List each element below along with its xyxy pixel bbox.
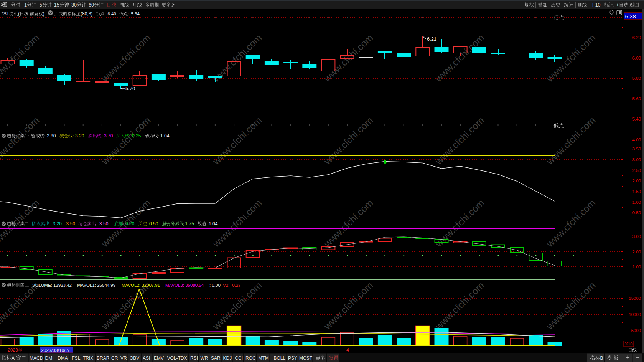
svg-text:ASI: ASI (143, 355, 150, 361)
svg-text:BRAR: BRAR (97, 355, 110, 361)
svg-text:www.cfchi.com: www.cfchi.com (433, 280, 486, 332)
svg-text::: : (64, 221, 65, 226)
svg-text::: : (158, 133, 159, 139)
svg-text:X10: X10 (625, 342, 632, 346)
svg-text:6.00: 6.00 (632, 56, 641, 60)
svg-text:A: A (12, 355, 15, 361)
svg-text:5.80: 5.80 (632, 76, 641, 81)
svg-text:30: 30 (71, 2, 77, 8)
svg-text::: : (105, 12, 106, 16)
svg-text:5.60: 5.60 (632, 96, 641, 101)
svg-text:0.50: 0.50 (632, 210, 641, 215)
svg-text:RSI: RSI (190, 355, 198, 361)
svg-text:www.cfchi.com: www.cfchi.com (321, 115, 375, 167)
svg-text::: : (73, 133, 74, 139)
svg-text::: : (49, 221, 51, 226)
svg-text:2023: 2023 (8, 347, 18, 353)
svg-text:DMA: DMA (58, 355, 68, 361)
svg-text:www.cfchi.com: www.cfchi.com (99, 32, 152, 84)
svg-text:DMI: DMI (45, 355, 54, 361)
svg-text:www.cfchi.com: www.cfchi.com (544, 280, 597, 332)
svg-text:www.cfchi.com: www.cfchi.com (210, 197, 264, 250)
svg-text:4: 4 (346, 347, 349, 353)
svg-text:4.00: 4.00 (632, 137, 641, 142)
svg-text:MAVOL1: 26544.99: MAVOL1: 26544.99 (77, 283, 115, 288)
svg-text:www.cfchi.com: www.cfchi.com (0, 197, 41, 250)
svg-text:6.40: 6.40 (108, 12, 116, 16)
svg-text:10000: 10000 (629, 312, 641, 317)
svg-text:): ) (43, 11, 44, 17)
svg-text:1.04: 1.04 (160, 133, 170, 139)
svg-text::: : (128, 12, 129, 16)
svg-text:3.20: 3.20 (53, 221, 62, 226)
svg-text::: : (206, 221, 208, 226)
svg-text:15: 15 (54, 2, 59, 8)
svg-text:3.50: 3.50 (99, 221, 109, 226)
svg-text:www.cfchi.com: www.cfchi.com (433, 115, 486, 167)
svg-text:ROC: ROC (245, 355, 256, 361)
svg-text:SAR: SAR (211, 355, 221, 361)
svg-text:PSY: PSY (288, 355, 297, 361)
svg-text:3.00: 3.00 (632, 157, 641, 162)
svg-text:5.40: 5.40 (632, 117, 641, 121)
svg-text:www.cfchi.com: www.cfchi.com (0, 115, 41, 167)
svg-text:BOLL: BOLL (274, 355, 286, 361)
svg-text:www.cfchi.com: www.cfchi.com (544, 115, 597, 167)
svg-text:VR: VR (120, 355, 127, 361)
svg-text:EMV: EMV (154, 355, 164, 361)
svg-text:V2: -0.27: V2: -0.27 (223, 283, 241, 288)
svg-text:MTM: MTM (259, 355, 269, 361)
svg-text:WR: WR (201, 355, 208, 361)
svg-text:MACD: MACD (30, 355, 43, 361)
svg-text:5000: 5000 (631, 328, 641, 333)
svg-text::: : (147, 221, 148, 226)
svg-text:2.50: 2.50 (632, 168, 641, 173)
svg-text::: : (96, 221, 97, 226)
svg-text:0.25: 0.25 (132, 133, 141, 139)
svg-text:6.21: 6.21 (427, 36, 436, 42)
svg-text::: : (123, 221, 124, 226)
svg-text:1.75: 1.75 (185, 221, 194, 226)
svg-text:1.00: 1.00 (632, 200, 641, 205)
svg-text:OBV: OBV (130, 355, 139, 361)
svg-text:www.cfchi.com: www.cfchi.com (99, 115, 152, 167)
svg-text:5.70: 5.70 (125, 86, 135, 91)
svg-text:1.00: 1.00 (632, 264, 641, 269)
svg-text:TRIX: TRIX (83, 355, 93, 361)
svg-text:(: ( (18, 11, 20, 17)
svg-text:3.20: 3.20 (75, 133, 84, 139)
svg-text:15000: 15000 (629, 296, 641, 301)
svg-text:(80,3): (80,3) (81, 11, 92, 17)
svg-text:3.50: 3.50 (66, 221, 76, 226)
svg-text:MAVOL3: 35080.54: MAVOL3: 35080.54 (165, 283, 204, 288)
svg-text:0.50: 0.50 (149, 221, 158, 226)
svg-text:VOLUME: 12923.42: VOLUME: 12923.42 (32, 283, 72, 288)
svg-text:CCI: CCI (235, 355, 243, 361)
svg-text:: 0.00: : 0.00 (209, 283, 221, 288)
svg-text:.: . (28, 11, 30, 17)
svg-text:60: 60 (89, 2, 94, 8)
svg-text:1.04: 1.04 (209, 221, 218, 226)
svg-text:1: 1 (24, 2, 27, 8)
svg-text:www.cfchi.com: www.cfchi.com (544, 197, 597, 250)
svg-text:*ST: *ST (2, 11, 10, 17)
svg-text:2.80: 2.80 (47, 133, 56, 139)
svg-text:B: B (600, 355, 603, 361)
svg-text::: : (130, 133, 131, 139)
svg-text:CR: CR (111, 355, 118, 361)
svg-text:+: + (616, 2, 619, 8)
svg-text:6.38: 6.38 (625, 13, 636, 20)
svg-text::: : (44, 133, 46, 139)
svg-text:2.00: 2.00 (632, 250, 641, 254)
svg-text:MAVOL2: 32007.91: MAVOL2: 32007.91 (122, 283, 160, 288)
svg-text:2.00: 2.00 (632, 179, 641, 183)
svg-text:3.50: 3.50 (632, 147, 641, 151)
svg-text:www.cfchi.com: www.cfchi.com (433, 32, 486, 84)
svg-text:FSL: FSL (72, 355, 81, 361)
svg-text:www.cfchi.com: www.cfchi.com (210, 115, 264, 167)
svg-text:6.20: 6.20 (632, 35, 641, 40)
svg-text:3.70: 3.70 (104, 133, 113, 139)
svg-text:5.34: 5.34 (131, 12, 140, 16)
svg-text:1.50: 1.50 (632, 189, 641, 194)
svg-text:3.00: 3.00 (632, 234, 641, 239)
